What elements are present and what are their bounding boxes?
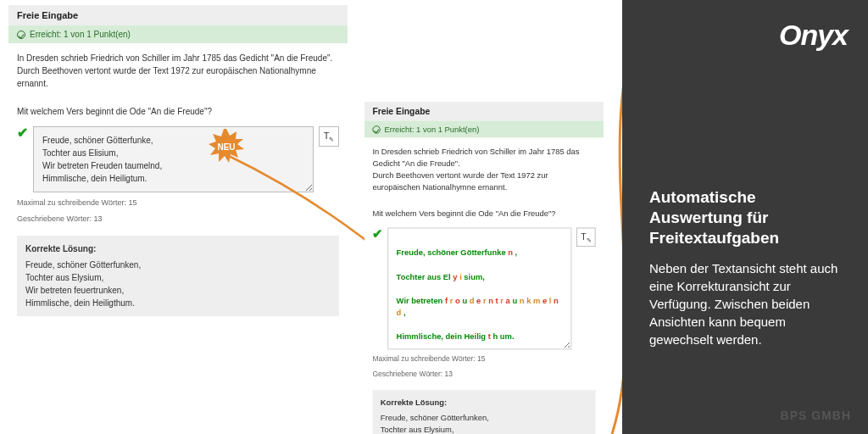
word-limit-text: Maximal zu schreibende Wörter: 15	[372, 354, 595, 364]
freetext-card-textview: Freie Eingabe Erreicht: 1 von 1 Punkt(en…	[8, 5, 348, 325]
promo-panel: Onyx Automatische Auswertung für Freitex…	[622, 0, 868, 434]
promo-body: Neben der Textansicht steht auch eine Ko…	[649, 259, 848, 348]
toggle-view-button[interactable]: T✎	[319, 126, 339, 147]
card-header: Freie Eingabe	[8, 5, 348, 25]
card-header: Freie Eingabe	[364, 102, 604, 121]
solution-heading: Korrekte Lösung:	[25, 242, 331, 255]
check-icon	[372, 125, 380, 133]
answer-textarea[interactable]: Freude, schöner Götterfunke, Tochter aus…	[33, 126, 314, 192]
question-text: Mit welchem Vers beginnt die Ode "An die…	[372, 208, 595, 220]
word-count-text: Geschriebene Wörter: 13	[17, 214, 339, 225]
intro-text: In Dresden schrieb Friedrich von Schille…	[17, 52, 339, 90]
solution-heading: Korrekte Lösung:	[381, 397, 587, 409]
toggle-icon: T✎	[324, 129, 335, 145]
solution-box: Korrekte Lösung: Freude, schöner Götterf…	[17, 236, 339, 316]
brand-logo-text: Onyx	[779, 19, 848, 51]
freetext-card-correctionview: Freie Eingabe Erreicht: 1 von 1 Punkt(en…	[364, 102, 604, 434]
correct-icon: ✔	[17, 126, 28, 140]
toggle-icon: T✎	[581, 230, 591, 245]
toggle-view-button[interactable]: T✎	[576, 228, 596, 248]
brand-logo: Onyx	[649, 19, 848, 52]
answer-diff-view[interactable]: Freude, schöner Götterfunke n , Tochter …	[387, 228, 571, 350]
correct-icon: ✔	[372, 228, 382, 241]
score-bar: Erreicht: 1 von 1 Punkt(en)	[364, 121, 604, 138]
brand-footer: BPS GMBH	[781, 409, 851, 422]
score-text: Erreicht: 1 von 1 Punkt(en)	[30, 30, 131, 39]
neu-badge-label: NEU	[217, 142, 235, 152]
solution-box: Korrekte Lösung: Freude, schöner Götterf…	[372, 390, 595, 434]
intro-text: In Dresden schrieb Friedrich von Schille…	[372, 146, 595, 193]
neu-badge: NEU	[209, 129, 244, 164]
solution-body: Freude, schöner Götterfunken, Tochter au…	[25, 259, 331, 309]
score-text: Erreicht: 1 von 1 Punkt(en)	[385, 125, 480, 133]
word-limit-text: Maximal zu schreibende Wörter: 15	[17, 198, 339, 209]
check-icon	[17, 31, 25, 39]
solution-body: Freude, schöner Götterfunken, Tochter au…	[381, 412, 587, 434]
question-text: Mit welchem Vers beginnt die Ode "An die…	[17, 105, 339, 118]
word-count-text: Geschriebene Wörter: 13	[372, 369, 595, 379]
promo-title: Automatische Auswertung für Freitextaufg…	[649, 187, 848, 248]
score-bar: Erreicht: 1 von 1 Punkt(en)	[8, 25, 348, 43]
